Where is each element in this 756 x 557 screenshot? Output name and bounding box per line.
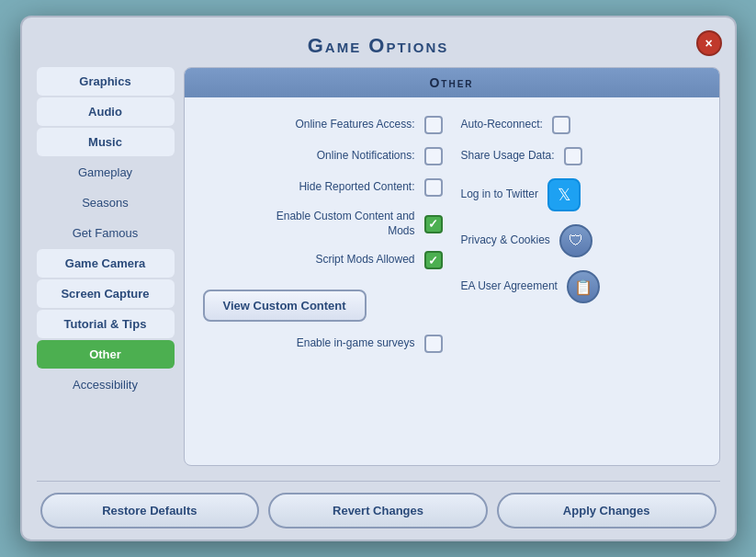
share-usage-label: Share Usage Data:	[461, 149, 555, 164]
restore-defaults-button[interactable]: Restore Defaults	[40, 493, 260, 529]
script-mods-label: Script Mods Allowed	[315, 253, 414, 267]
sidebar-item-game-camera[interactable]: Game Camera	[37, 249, 175, 278]
online-notifications-row: Online Notifications:	[203, 147, 443, 165]
modal-footer: Restore Defaults Revert Changes Apply Ch…	[22, 482, 735, 540]
view-custom-content-button[interactable]: View Custom Content	[203, 290, 367, 322]
panel-header: Other	[185, 68, 719, 97]
right-options-column: Auto-Reconnect: Share Usage Data: Log in…	[461, 116, 701, 353]
online-features-checkbox[interactable]	[424, 116, 443, 134]
online-features-row: Online Features Access:	[203, 116, 443, 134]
modal-title-bar: Game Options ×	[22, 17, 735, 67]
script-mods-checkbox[interactable]	[424, 251, 443, 269]
auto-reconnect-label: Auto-Reconnect:	[461, 118, 543, 132]
ea-user-button[interactable]: 📋	[567, 270, 600, 303]
auto-reconnect-row: Auto-Reconnect:	[461, 116, 701, 134]
online-notifications-checkbox[interactable]	[424, 147, 443, 165]
privacy-button[interactable]: 🛡	[559, 224, 592, 257]
sidebar-item-get-famous[interactable]: Get Famous	[37, 219, 175, 247]
script-mods-row: Script Mods Allowed	[203, 251, 443, 269]
enable-surveys-label: Enable in-game surveys	[297, 336, 415, 351]
twitter-label: Log in to Twitter	[461, 188, 539, 202]
sidebar-item-tutorial-tips[interactable]: Tutorial & Tips	[37, 310, 175, 338]
panel-body: Online Features Access: Online Notificat…	[185, 97, 719, 371]
sidebar-item-seasons[interactable]: Seasons	[37, 188, 175, 217]
modal-body: Graphics Audio Music Gameplay Seasons Ge…	[22, 67, 735, 481]
auto-reconnect-checkbox[interactable]	[552, 116, 570, 134]
online-notifications-label: Online Notifications:	[317, 149, 415, 164]
enable-custom-row: Enable Custom Content and Mods	[203, 210, 443, 238]
enable-surveys-row: Enable in-game surveys	[203, 335, 443, 353]
online-features-label: Online Features Access:	[295, 118, 414, 132]
modal-overlay: Game Options × Graphics Audio Music Game…	[0, 0, 756, 557]
ea-user-row: EA User Agreement 📋	[461, 270, 701, 303]
ea-user-label: EA User Agreement	[461, 279, 558, 294]
hide-reported-checkbox[interactable]	[424, 178, 443, 197]
sidebar-item-screen-capture[interactable]: Screen Capture	[37, 279, 175, 308]
game-options-modal: Game Options × Graphics Audio Music Game…	[20, 16, 737, 541]
close-button[interactable]: ×	[696, 30, 722, 56]
sidebar-item-other[interactable]: Other	[37, 340, 175, 369]
modal-title: Game Options	[308, 34, 449, 57]
hide-reported-label: Hide Reported Content:	[299, 180, 414, 195]
apply-changes-button[interactable]: Apply Changes	[497, 493, 717, 529]
left-options-column: Online Features Access: Online Notificat…	[203, 116, 443, 353]
sidebar-item-graphics[interactable]: Graphics	[37, 67, 175, 96]
sidebar: Graphics Audio Music Gameplay Seasons Ge…	[37, 67, 175, 466]
sidebar-item-music[interactable]: Music	[37, 128, 175, 156]
enable-surveys-checkbox[interactable]	[424, 335, 443, 353]
sidebar-item-accessibility[interactable]: Accessibility	[37, 370, 175, 399]
sidebar-item-audio[interactable]: Audio	[37, 97, 175, 126]
enable-custom-checkbox[interactable]	[424, 215, 443, 233]
sidebar-item-gameplay[interactable]: Gameplay	[37, 158, 175, 187]
share-usage-checkbox[interactable]	[564, 147, 582, 165]
enable-custom-label: Enable Custom Content and Mods	[268, 210, 415, 238]
revert-changes-button[interactable]: Revert Changes	[268, 493, 488, 529]
privacy-label: Privacy & Cookies	[461, 233, 550, 248]
privacy-row: Privacy & Cookies 🛡	[461, 224, 701, 257]
content-panel: Other Online Features Access: Online Not…	[184, 67, 720, 466]
share-usage-row: Share Usage Data:	[461, 147, 701, 165]
twitter-row: Log in to Twitter 𝕏	[461, 178, 701, 211]
twitter-button[interactable]: 𝕏	[547, 178, 581, 211]
hide-reported-row: Hide Reported Content:	[203, 178, 443, 197]
